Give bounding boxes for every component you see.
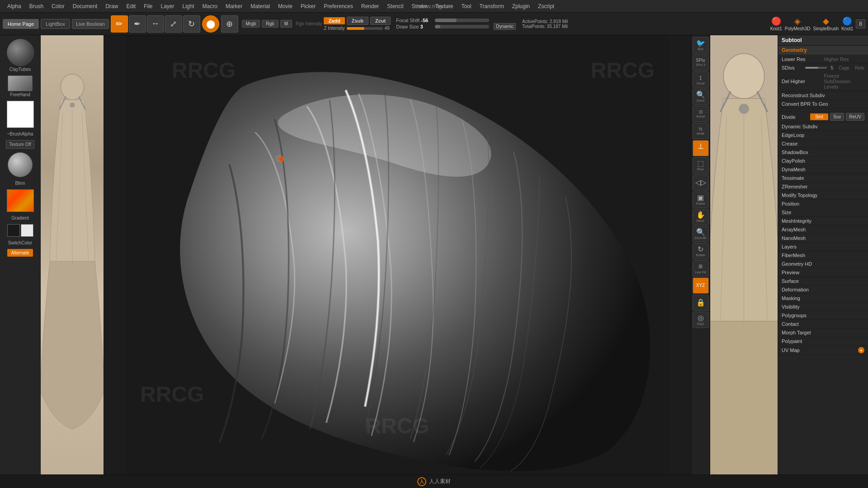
mesh-integrity-row[interactable]: MeshIntegrity: [778, 217, 868, 225]
menu-stencil[interactable]: Stencil: [383, 2, 407, 10]
symmetry-button[interactable]: ⊕: [221, 15, 238, 33]
brush-mode-button[interactable]: ⬤: [202, 15, 219, 33]
masking-row[interactable]: Masking: [778, 294, 868, 303]
claytubes-brush[interactable]: ClayTubes: [5, 39, 36, 72]
alternate-button[interactable]: Alternate: [7, 249, 33, 257]
draw-button[interactable]: ✒: [129, 15, 146, 33]
m-button[interactable]: M: [280, 20, 292, 28]
zoom3d-icon-btn[interactable]: 🔍 Zoom3D: [693, 226, 709, 242]
edit-button[interactable]: ✏: [111, 15, 128, 33]
menu-marker[interactable]: Marker: [222, 2, 246, 10]
zcut-button[interactable]: Zcut: [370, 17, 391, 25]
dynamic-button[interactable]: Dynamic: [494, 23, 516, 30]
uv-map-row[interactable]: UV Map ●: [778, 346, 868, 355]
ahalf-icon-btn[interactable]: ½ AHalf: [693, 123, 709, 139]
lsym-icon-btn[interactable]: ◁ ▷: [693, 174, 709, 191]
scroll-icon-btn[interactable]: ↕ Scroll: [693, 71, 709, 88]
zoom-icon-btn[interactable]: 🔍 Zoom: [693, 89, 709, 105]
polygroups-row[interactable]: Polygroups: [778, 311, 868, 320]
suv-button[interactable]: Suv: [830, 113, 844, 121]
res-row[interactable]: Lower Res Higher Res: [778, 55, 868, 64]
reuv-button[interactable]: ReUV: [846, 113, 864, 121]
brush-alpha-box[interactable]: [7, 101, 34, 128]
claypolish-row[interactable]: ClayPolish: [778, 157, 868, 165]
linefill-icon-btn[interactable]: ≡ Line Fill: [693, 260, 709, 277]
menu-alpha[interactable]: Alpha: [4, 2, 25, 10]
floor-icon-btn[interactable]: ⬚ Floor: [693, 157, 709, 174]
menu-edit[interactable]: Edit: [123, 2, 139, 10]
menu-material[interactable]: Material: [247, 2, 274, 10]
simple-brush-selector[interactable]: ◆ SimpleBrush: [813, 16, 839, 31]
menu-zplugin[interactable]: Zplugin: [509, 2, 533, 10]
zadd-button[interactable]: Zadd: [324, 17, 344, 24]
color-gradient[interactable]: [7, 189, 34, 212]
rotate-icon-btn[interactable]: ↻ Rotate: [693, 243, 709, 259]
menu-movie[interactable]: Movie: [274, 2, 296, 10]
transp-icon-btn[interactable]: ◎ Gxyz: [693, 312, 709, 328]
material-ball[interactable]: [8, 152, 33, 177]
deformation-row[interactable]: Deformation: [778, 286, 868, 294]
morph-target-row[interactable]: Morph Target: [778, 328, 868, 337]
geometry-hd-row[interactable]: Geometry HD: [778, 260, 868, 268]
swatch-light[interactable]: [21, 224, 33, 237]
swatch-dark[interactable]: [7, 224, 20, 237]
visibility-row[interactable]: Visibility: [778, 303, 868, 311]
menu-brush[interactable]: Brush: [26, 2, 47, 10]
contact-row[interactable]: Contact: [778, 320, 868, 328]
size-row[interactable]: Size: [778, 208, 868, 217]
nanomesh-row[interactable]: NanoMesh: [778, 234, 868, 243]
menu-picker[interactable]: Picker: [297, 2, 319, 10]
menu-light[interactable]: Light: [179, 2, 198, 10]
menu-document[interactable]: Document: [69, 2, 101, 10]
knot1-selector[interactable]: 🔴 Knot1: [770, 16, 782, 31]
menu-transform[interactable]: Transform: [476, 2, 507, 10]
polymesh3d-selector[interactable]: ◈ PolyMesh3D: [785, 16, 811, 31]
move-button[interactable]: ↔: [147, 15, 164, 33]
layers-row[interactable]: Layers: [778, 243, 868, 251]
del-row[interactable]: Del Higher Freeze SubDivision Levels: [778, 72, 868, 91]
z-intensity-bar[interactable]: [347, 27, 383, 30]
crease-row[interactable]: Crease: [778, 140, 868, 148]
menu-file[interactable]: File: [140, 2, 156, 10]
reconstruct-subdiv-row[interactable]: Convert BPR To Geo: [778, 100, 868, 108]
freehand-brush[interactable]: FreeHand: [5, 75, 36, 97]
tessimate-row[interactable]: Tessimate: [778, 174, 868, 183]
spix-icon-btn[interactable]: SPix SPix 3: [693, 54, 709, 70]
home-page-tab[interactable]: Home Page: [3, 19, 39, 29]
menu-macro[interactable]: Macro: [199, 2, 221, 10]
edgeloop-row[interactable]: EdgeLoop: [778, 131, 868, 140]
freeze-subdiv-row[interactable]: Reconstruct Subdiv: [778, 91, 868, 100]
surface-row[interactable]: Surface: [778, 277, 868, 286]
menu-tool[interactable]: Tool: [458, 2, 475, 10]
lock-icon-btn[interactable]: 🔒: [693, 295, 709, 311]
preview-row[interactable]: Preview: [778, 268, 868, 277]
perp-icon-btn[interactable]: ⊥ Perp: [693, 140, 709, 156]
knot1-2-selector[interactable]: 🔵 Knot1: [841, 16, 853, 31]
modify-topology-row[interactable]: Modify Topology: [778, 191, 868, 200]
fibermesh-row[interactable]: FiberMesh: [778, 251, 868, 260]
menu-layer[interactable]: Layer: [157, 2, 178, 10]
mrgb-button[interactable]: Mrgb: [242, 20, 260, 28]
convert-bpr-row[interactable]: [778, 108, 868, 112]
menu-color[interactable]: Color: [48, 2, 68, 10]
zsub-button[interactable]: Zsub: [347, 17, 368, 25]
actual-icon-btn[interactable]: ⊡ Actual: [693, 106, 709, 122]
lightbox-tab[interactable]: LightBox: [41, 19, 70, 29]
zremesher-row[interactable]: ZRemesher: [778, 183, 868, 191]
dynamesh-row[interactable]: DynaMesh: [778, 165, 868, 174]
menu-draw[interactable]: Draw: [102, 2, 122, 10]
smt-input[interactable]: [810, 113, 828, 120]
bird-icon-btn[interactable]: 🐦 Bird: [693, 37, 709, 53]
scale-button[interactable]: ⤢: [165, 15, 182, 33]
menu-render[interactable]: Render: [358, 2, 382, 10]
draw-size-bar[interactable]: [435, 25, 489, 28]
dynamic-subdiv-row[interactable]: Dynamic Subdiv: [778, 122, 868, 131]
texture-off-button[interactable]: Texture Off: [6, 140, 34, 149]
sdiv-slider[interactable]: [805, 67, 827, 69]
focal-shift-bar[interactable]: [435, 19, 489, 22]
polypaint-row[interactable]: Polypaint: [778, 337, 868, 346]
menu-preferences[interactable]: Preferences: [320, 2, 357, 10]
rotate-button[interactable]: ↻: [183, 15, 200, 33]
move-icon-btn[interactable]: ✋ Move: [693, 209, 709, 225]
arraymesh-row[interactable]: ArrayMesh: [778, 225, 868, 234]
